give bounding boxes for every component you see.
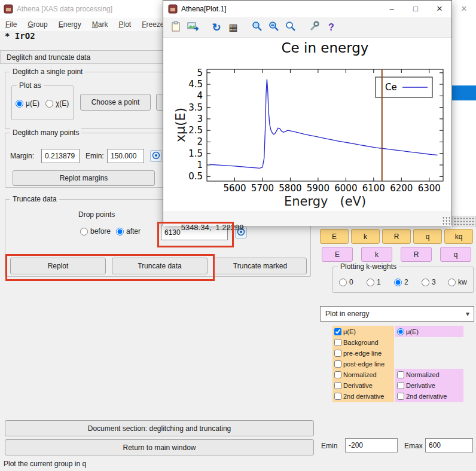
option-derivative-checkbox[interactable] — [334, 382, 341, 389]
document-section-button[interactable]: Document section: deglitching and trunca… — [5, 420, 314, 436]
maximize-icon[interactable]: □ — [404, 1, 428, 17]
chart-canvas[interactable]: 560057005800590060006100620063000.511.52… — [163, 38, 451, 211]
option-background[interactable]: Background — [334, 337, 392, 348]
menu-energy[interactable]: Energy — [53, 18, 87, 31]
option-normalized-checkbox[interactable] — [334, 371, 341, 378]
zoom-reset-button[interactable] — [283, 20, 298, 35]
plot-window-titlebar[interactable]: Athena[Plot.1] – □ ✕ — [163, 1, 451, 17]
marked-normalized-label: Normalized — [406, 371, 440, 378]
option-post-edge-checkbox[interactable] — [334, 360, 341, 368]
option-pre-edge-checkbox[interactable] — [334, 350, 341, 357]
replot-margins-button[interactable]: Replot margins — [13, 170, 155, 186]
plot-many-q-button[interactable]: q — [440, 247, 471, 262]
emin-input[interactable] — [345, 438, 398, 452]
plot-many-e-button[interactable]: E — [322, 247, 353, 262]
option-background-checkbox[interactable] — [334, 339, 341, 346]
marked-normalized-checkbox[interactable] — [397, 371, 404, 378]
plot-settings-button[interactable] — [307, 20, 322, 35]
option-2nd-derivative[interactable]: 2nd derivative — [334, 391, 392, 402]
svg-text:3.5: 3.5 — [188, 102, 203, 113]
svg-text:6300: 6300 — [418, 183, 441, 194]
truncate-marked-button[interactable]: Truncate marked — [213, 258, 307, 274]
plot-as-mu-radio[interactable]: μ(E) — [16, 99, 39, 108]
save-image-button[interactable] — [185, 20, 200, 35]
plot-k-button[interactable]: k — [351, 229, 380, 244]
emin-margin-input[interactable] — [107, 149, 144, 163]
kweight-1-radio[interactable]: 1 — [367, 278, 381, 286]
marked-mu-radio-input[interactable] — [397, 328, 404, 335]
truncate-data-button[interactable]: Truncate data — [112, 258, 208, 274]
pluck-value-button[interactable] — [150, 150, 162, 162]
plot-buttons-orange-row: E k R q kq — [320, 229, 473, 244]
close-icon[interactable]: ✕ — [428, 1, 451, 17]
plot-many-k-button[interactable]: k — [361, 247, 392, 262]
replot-refresh-button[interactable]: ↻ — [209, 20, 224, 35]
pluck-icon — [152, 151, 160, 161]
marked-2nd-derivative-checkbox[interactable] — [397, 393, 404, 400]
kweight-3-input[interactable] — [422, 279, 429, 286]
drop-after-radio-input[interactable] — [116, 228, 124, 236]
copy-clipboard-button[interactable] — [168, 20, 184, 35]
kweight-1-input[interactable] — [367, 279, 374, 286]
marked-derivative[interactable]: Derivative — [397, 380, 462, 391]
menu-plot[interactable]: Plot — [113, 18, 136, 31]
zoom-in-button[interactable] — [249, 20, 265, 35]
marked-mu-radio[interactable]: μ(E) — [397, 326, 462, 337]
drop-before-radio[interactable]: before — [80, 227, 111, 236]
option-2nd-derivative-checkbox[interactable] — [334, 393, 341, 400]
marked-derivative-checkbox[interactable] — [397, 382, 404, 389]
emax-input[interactable] — [425, 438, 473, 452]
option-mu-checkbox[interactable] — [334, 328, 341, 335]
marked-mu-panel: μ(E) — [395, 326, 463, 337]
kweight-3-radio[interactable]: 3 — [422, 278, 436, 286]
marked-normalized[interactable]: Normalized — [397, 369, 462, 380]
option-derivative[interactable]: Derivative — [334, 380, 392, 391]
zoom-out-button[interactable] — [266, 20, 282, 35]
drop-after-label: after — [126, 227, 141, 236]
plot-space-dropdown[interactable]: Plot in energy ▾ — [320, 306, 474, 322]
resize-grip[interactable] — [442, 216, 450, 225]
kweight-0-input[interactable] — [339, 279, 347, 286]
margin-input[interactable] — [41, 149, 80, 163]
option-normalized-label: Normalized — [343, 371, 377, 378]
plot-r-button[interactable]: R — [382, 229, 411, 244]
svg-text:6000: 6000 — [334, 183, 357, 194]
plot-as-chi-radio-input[interactable] — [45, 100, 53, 108]
zoom-in-icon — [251, 20, 263, 34]
kweight-kw-input[interactable] — [448, 279, 456, 286]
replot-button[interactable]: Replot — [10, 258, 106, 274]
kweights-title: Plotting k-weights — [338, 262, 399, 271]
kweight-0-radio[interactable]: 0 — [339, 278, 353, 286]
help-button[interactable]: ? — [324, 20, 339, 35]
plot-e-button[interactable]: E — [320, 229, 349, 244]
grid-toggle-button[interactable]: ▦ — [225, 20, 241, 35]
deglitch-many-points-box: Deglitch many points Margin: Emin: Replo… — [5, 133, 184, 188]
group-list-scrollbar[interactable] — [452, 216, 476, 227]
option-mu[interactable]: μ(E) — [334, 326, 392, 337]
drop-after-radio[interactable]: after — [116, 227, 141, 236]
plot-window: Athena[Plot.1] – □ ✕ ↻ ▦ — [163, 0, 452, 225]
choose-a-point-button[interactable]: Choose a point — [80, 94, 151, 111]
option-pre-edge[interactable]: pre-edge line — [334, 348, 392, 359]
plot-q-button[interactable]: q — [413, 229, 442, 244]
group-list-selected-item[interactable] — [452, 85, 476, 100]
return-main-window-button[interactable]: Return to main window — [5, 439, 314, 455]
kweight-2-radio[interactable]: 2 — [394, 278, 408, 286]
menu-file[interactable]: File — [0, 18, 22, 31]
plot-many-r-button[interactable]: R — [401, 247, 432, 262]
plot-kq-button[interactable]: kq — [444, 229, 473, 244]
minimize-icon[interactable]: – — [380, 1, 404, 17]
menu-group[interactable]: Group — [22, 18, 53, 31]
marked-2nd-derivative[interactable]: 2nd derivative — [397, 391, 462, 402]
grid-icon: ▦ — [228, 23, 237, 32]
menu-mark[interactable]: Mark — [87, 18, 114, 31]
plot-as-chi-radio[interactable]: χ(E) — [45, 99, 69, 108]
plot-as-mu-radio-input[interactable] — [16, 100, 23, 108]
kweight-2-input[interactable] — [394, 279, 402, 286]
option-post-edge[interactable]: post-edge line — [334, 359, 392, 369]
main-close-icon[interactable]: ✕ — [454, 0, 474, 18]
kweight-kw-radio[interactable]: kw — [448, 278, 467, 286]
drop-before-radio-input[interactable] — [80, 228, 88, 236]
option-normalized[interactable]: Normalized — [334, 369, 392, 380]
current-group-label: * IrO2 — [5, 31, 35, 41]
